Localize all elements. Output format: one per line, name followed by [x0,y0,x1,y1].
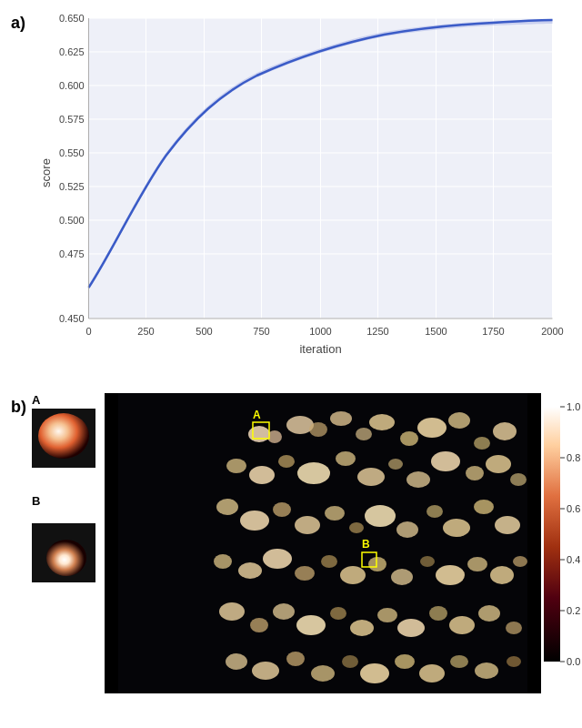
svg-text:750: 750 [253,326,269,337]
svg-point-69 [510,473,527,486]
svg-point-63 [357,468,385,486]
svg-text:0.650: 0.650 [59,13,85,24]
svg-text:A: A [253,409,261,421]
svg-text:0.2: 0.2 [567,605,580,616]
panel-b: b) A [9,393,573,719]
main-container: a) [0,0,582,728]
svg-point-67 [466,466,484,480]
svg-point-59 [249,466,275,484]
svg-point-53 [400,431,418,446]
svg-point-111 [342,655,358,668]
scatter-svg: A B [105,393,541,693]
svg-text:0.0: 0.0 [567,656,580,667]
thumbnail-b [32,523,95,582]
svg-point-96 [250,618,268,632]
svg-rect-45 [118,393,527,693]
svg-point-98 [296,615,326,635]
svg-point-86 [321,555,337,568]
svg-point-112 [360,663,389,683]
svg-point-84 [263,549,292,569]
svg-point-79 [443,519,470,537]
svg-point-62 [336,451,356,466]
svg-text:0.525: 0.525 [59,181,85,192]
svg-point-87 [340,566,366,584]
svg-point-71 [240,511,269,531]
svg-point-106 [506,622,522,634]
svg-point-99 [330,607,346,620]
svg-text:1750: 1750 [482,326,504,337]
svg-point-116 [475,662,498,679]
svg-text:0.550: 0.550 [59,147,85,158]
svg-point-92 [467,557,487,571]
svg-point-68 [486,455,511,473]
svg-text:250: 250 [137,326,154,337]
svg-point-60 [278,455,295,468]
panel-a-label: a) [11,14,25,33]
thumbnail-a-group: A [32,393,100,471]
svg-point-66 [431,451,460,471]
panel-a: a) [9,9,573,389]
svg-point-117 [507,656,521,667]
svg-point-57 [493,422,517,440]
svg-point-109 [286,652,305,666]
svg-point-89 [391,569,413,585]
svg-point-80 [474,500,494,514]
svg-point-90 [420,556,435,567]
svg-text:0.475: 0.475 [59,248,85,259]
svg-point-73 [295,516,320,534]
svg-point-56 [474,437,490,450]
svg-text:1500: 1500 [425,326,447,337]
svg-point-110 [311,665,335,682]
svg-point-58 [226,459,246,473]
svg-text:0.600: 0.600 [59,80,85,91]
svg-point-76 [365,505,396,527]
svg-point-72 [273,502,291,517]
svg-text:1000: 1000 [309,326,331,337]
thumbnail-a-label: A [32,393,100,407]
svg-point-102 [397,619,425,637]
svg-point-115 [450,655,468,668]
chart-svg: 0.650 0.625 0.600 0.575 0.550 0.525 0.50… [32,9,573,373]
svg-text:0.575: 0.575 [59,114,85,125]
svg-point-61 [297,462,330,484]
svg-point-94 [513,556,527,567]
svg-point-95 [219,602,245,621]
svg-point-77 [396,521,418,538]
thumbnail-b-label: B [32,494,100,508]
svg-point-108 [252,662,279,680]
svg-point-93 [490,566,514,584]
svg-point-83 [238,562,262,579]
svg-point-107 [226,653,247,670]
colorbar-svg: 1.0 0.8 0.6 0.4 0.2 0.0 [539,393,580,693]
thumbnail-b-group: B [32,494,100,586]
svg-point-104 [449,616,475,634]
thumbnails: A B [32,393,100,719]
svg-point-101 [377,608,397,622]
svg-point-74 [325,506,345,521]
svg-point-114 [419,664,445,682]
svg-point-78 [426,505,443,518]
svg-point-52 [369,414,395,430]
panel-b-label: b) [11,398,26,417]
svg-point-91 [436,565,465,585]
svg-text:2000: 2000 [541,326,563,337]
svg-point-50 [330,411,352,426]
svg-point-49 [309,422,327,437]
svg-text:1250: 1250 [366,326,388,337]
main-scatter-image: A B [105,393,541,693]
chart-container: 0.650 0.625 0.600 0.575 0.550 0.525 0.50… [32,9,573,373]
svg-point-81 [495,516,520,534]
svg-point-85 [295,566,315,581]
svg-text:0: 0 [85,326,91,337]
svg-text:B: B [362,538,370,551]
svg-point-97 [273,603,295,620]
svg-point-65 [406,471,430,488]
svg-point-70 [216,499,238,515]
svg-point-113 [395,654,415,669]
svg-point-42 [38,413,89,459]
svg-text:0.4: 0.4 [567,554,580,565]
svg-point-82 [214,554,232,569]
svg-text:0.625: 0.625 [59,46,85,57]
svg-point-46 [248,426,270,442]
svg-text:500: 500 [196,326,212,337]
